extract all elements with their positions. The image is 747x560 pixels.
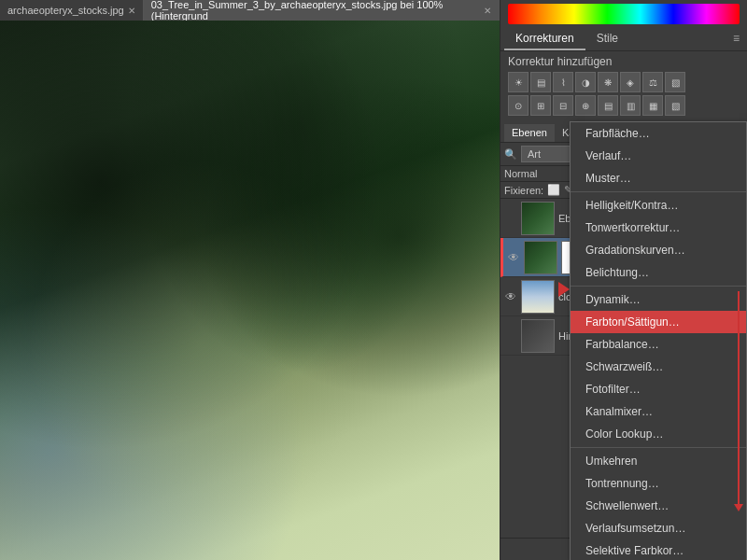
menu-item-muster[interactable]: Muster… <box>571 167 746 189</box>
levels-icon[interactable]: ▤ <box>530 72 551 92</box>
panel-menu-button[interactable]: ≡ <box>729 28 743 50</box>
brightness-icon[interactable]: ☀ <box>508 72 529 92</box>
posterize-icon[interactable]: ▤ <box>598 95 618 116</box>
menu-item-farbton[interactable]: Farbton/Sättigun… <box>571 311 746 333</box>
icon-row-2: ⊙ ⊞ ⊟ ⊕ ▤ ▥ ▦ ▧ <box>508 95 740 116</box>
icon-row-1: ☀ ▤ ⌇ ◑ ❋ ◈ ⚖ ▧ <box>508 72 740 92</box>
search-icon: 🔍 <box>504 148 517 161</box>
tab-bar: archaeopteryx_stocks.jpg ✕ 03_Tree_in_Su… <box>0 0 500 21</box>
menu-item-fotofilter[interactable]: Fotofilter… <box>571 378 746 400</box>
tab-label-2: 03_Tree_in_Summer_3_by_archaeopteryx_sto… <box>151 0 480 21</box>
dropdown-menu: Farbfläche… Verlauf… Muster… Helligkeit/… <box>570 121 747 560</box>
layer-eye-3[interactable]: 👁 <box>504 290 517 303</box>
curves-icon[interactable]: ⌇ <box>553 72 573 92</box>
invert-icon[interactable]: ⊕ <box>575 95 596 116</box>
tab-stile[interactable]: Stile <box>585 28 629 50</box>
tab-close-1[interactable]: ✕ <box>128 6 135 16</box>
photofilter-icon[interactable]: ⊙ <box>508 95 529 116</box>
tab-file-2[interactable]: 03_Tree_in_Summer_3_by_archaeopteryx_sto… <box>144 0 500 21</box>
menu-item-kanalmixer[interactable]: Kanalmixer… <box>571 400 746 423</box>
menu-item-schwellenwert[interactable]: Schwellenwert… <box>571 495 746 517</box>
tab-korrekturen[interactable]: Korrekturen <box>504 28 585 50</box>
menu-item-tonwert[interactable]: Tonwertkorrektur… <box>571 217 746 239</box>
exposure-icon[interactable]: ◑ <box>575 72 596 92</box>
menu-separator <box>571 286 746 287</box>
menu-item-verlauf[interactable]: Verlauf… <box>571 145 746 167</box>
layer-thumbnail-4 <box>521 319 555 353</box>
menu-item-helligkeit[interactable]: Helligkeit/Kontra… <box>571 194 746 217</box>
layer-thumbnail-3 <box>521 280 555 314</box>
menu-separator <box>571 447 746 448</box>
tab-label-1: archaeopteryx_stocks.jpg <box>7 5 124 16</box>
vibrance-icon[interactable]: ❋ <box>598 72 618 92</box>
colorbalance-icon[interactable]: ⚖ <box>642 72 663 92</box>
menu-item-schwarzweiss[interactable]: Schwarzweiß… <box>571 356 746 378</box>
tab-ebenen[interactable]: Ebenen <box>504 124 555 142</box>
bw-icon[interactable]: ▧ <box>665 72 685 92</box>
menu-item-verlaufsumsetzung[interactable]: Verlaufsumsetzun… <box>571 517 746 539</box>
threshold-icon[interactable]: ▥ <box>620 95 641 116</box>
gradient-map-icon[interactable]: ▦ <box>642 95 663 116</box>
menu-item-umkehren[interactable]: Umkehren <box>571 450 746 472</box>
menu-separator <box>571 191 746 192</box>
tab-file-1[interactable]: archaeopteryx_stocks.jpg ✕ <box>0 0 144 21</box>
menu-item-gradation[interactable]: Gradationskurven… <box>571 239 746 261</box>
colorlookup-icon[interactable]: ⊟ <box>553 95 573 116</box>
korrekturen-section: Korrektur hinzufügen ☀ ▤ ⌇ ◑ ❋ ◈ ⚖ ▧ ⊙ ⊞… <box>500 51 747 122</box>
channelmixer-icon[interactable]: ⊞ <box>530 95 551 116</box>
layer-thumbnail-1 <box>521 202 555 235</box>
right-panel: Korrekturen Stile ≡ Korrektur hinzufügen… <box>500 0 747 560</box>
fixieren-label: Fixieren: <box>504 185 543 196</box>
menu-item-farbflaeche[interactable]: Farbfläche… <box>571 122 746 145</box>
layer-eye-2[interactable]: 👁 <box>507 251 520 264</box>
canvas-area: archaeopteryx_stocks.jpg ✕ 03_Tree_in_Su… <box>0 0 500 560</box>
korrektur-label: Korrektur hinzufügen <box>508 55 740 68</box>
menu-item-belichtung[interactable]: Belichtung… <box>571 261 746 284</box>
arrow-indicator <box>558 282 570 297</box>
canvas-image <box>0 21 500 560</box>
arrow-line <box>738 291 740 506</box>
menu-item-dynamik[interactable]: Dynamik… <box>571 288 746 311</box>
color-spectrum-bar <box>508 4 740 24</box>
hsl-icon[interactable]: ◈ <box>620 72 641 92</box>
menu-item-tontrennung[interactable]: Tontrennung… <box>571 472 746 495</box>
panel-tabs: Korrekturen Stile ≡ <box>500 28 747 51</box>
menu-item-selektiv[interactable]: Selektive Farbkor… <box>571 539 746 560</box>
blend-mode-label[interactable]: Normal <box>504 168 537 179</box>
tab-close-2[interactable]: ✕ <box>484 6 491 16</box>
lock-transparent-icon[interactable]: ⬜ <box>547 184 560 196</box>
menu-item-colorlookup[interactable]: Color Lookup… <box>571 423 746 445</box>
layer-thumbnail-2 <box>524 241 557 274</box>
menu-item-farbbalance[interactable]: Farbbalance… <box>571 333 746 356</box>
selective-color-icon[interactable]: ▧ <box>665 95 685 116</box>
